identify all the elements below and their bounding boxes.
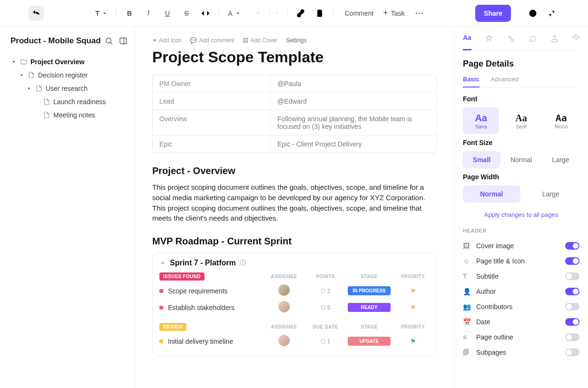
font-sans[interactable]: AaSans	[463, 107, 499, 134]
tree-label: Project Overview	[30, 58, 85, 66]
toggle-contributors[interactable]	[565, 303, 579, 310]
group-pill-issues: ISSUES FOUND	[159, 272, 205, 281]
width-large[interactable]: Large	[522, 185, 580, 203]
align-dropdown[interactable]	[247, 6, 262, 21]
tree-item-launch-readiness[interactable]: Launch readiness	[10, 95, 128, 108]
panel-icon[interactable]	[118, 36, 128, 46]
toggle-author[interactable]	[565, 288, 579, 295]
size-small[interactable]: Small	[463, 151, 500, 168]
size-normal[interactable]: Normal	[502, 151, 540, 168]
size-large[interactable]: Large	[542, 151, 579, 168]
svg-rect-20	[120, 38, 127, 44]
font-serif[interactable]: AaSerif	[503, 107, 539, 134]
task-row[interactable]: Scope requirements	[159, 285, 259, 297]
overview-paragraph[interactable]: This project scoping document outlines t…	[152, 182, 437, 223]
page-title[interactable]: Project Scope Template	[152, 48, 437, 66]
toggle-title[interactable]	[565, 257, 579, 265]
toggle-subpages[interactable]	[565, 349, 579, 356]
roadmap-heading[interactable]: MVP Roadmap - Current Sprint	[152, 236, 437, 247]
bookmark-button[interactable]	[312, 6, 327, 21]
info-icon: ⓘ	[240, 259, 246, 267]
strike-button[interactable]: S	[179, 6, 194, 21]
avatar[interactable]	[278, 335, 290, 346]
code-button[interactable]	[198, 6, 213, 21]
stage-pill[interactable]: IN PROGRESS	[348, 286, 391, 295]
task-row[interactable]: Establish stakeholders	[159, 302, 259, 313]
tab-styles-icon[interactable]	[485, 34, 493, 43]
settings-action[interactable]: Settings	[286, 37, 306, 44]
add-icon-action[interactable]: ✦ Add Icon	[152, 37, 181, 44]
overview-heading[interactable]: Project - Overview	[152, 165, 437, 176]
svg-line-16	[568, 10, 574, 16]
tab-tag-icon[interactable]	[507, 34, 515, 43]
flag-icon[interactable]: ⚑	[409, 287, 417, 295]
flag-icon[interactable]: ⚑	[409, 338, 417, 345]
tab-comment-icon[interactable]	[529, 34, 537, 43]
toggle-cover[interactable]	[565, 242, 579, 250]
share-button[interactable]: Share	[475, 5, 511, 22]
undo-button[interactable]	[29, 6, 44, 21]
details-tabbar: Aa	[463, 27, 579, 50]
underline-button[interactable]: U	[160, 6, 175, 21]
toggle-outline[interactable]	[565, 333, 579, 341]
bold-button[interactable]: B	[122, 6, 137, 21]
width-normal[interactable]: Normal	[463, 185, 520, 203]
points-cell[interactable]: ⬡ 5	[309, 304, 342, 311]
subtab-basic[interactable]: Basic	[463, 76, 480, 87]
avatar[interactable]	[278, 301, 290, 312]
page-tree: Project Overview Decision register User …	[10, 55, 128, 122]
top-toolbar: T B I U S A Comment +Task Share	[0, 0, 588, 27]
menu-icon[interactable]	[10, 6, 25, 21]
prop-key: Epic	[153, 136, 271, 153]
tree-item-project-overview[interactable]: Project Overview	[10, 55, 128, 68]
history-icon[interactable]	[525, 6, 540, 21]
apply-all-link[interactable]: Apply changes to all pages	[463, 211, 579, 218]
more-icon[interactable]	[412, 6, 427, 21]
svg-point-10	[269, 13, 270, 13]
sidebar: Product - Mobile Squad Project Overview …	[0, 27, 135, 388]
add-comment-action[interactable]: 💬 Add comment	[190, 37, 234, 44]
prop-value[interactable]: @Edward	[271, 93, 436, 110]
comment-button[interactable]: Comment	[339, 6, 377, 21]
add-cover-action[interactable]: 🖼 Add Cover	[243, 37, 277, 44]
text-style-dropdown[interactable]: T	[93, 6, 110, 21]
list-dropdown[interactable]	[266, 6, 281, 21]
tab-settings-icon[interactable]	[572, 34, 581, 43]
task-row[interactable]: Initial delivery timeline	[159, 336, 259, 347]
tab-text[interactable]: Aa	[463, 27, 471, 50]
col-assignee: ASSIGNEE	[265, 324, 303, 330]
subtab-advanced[interactable]: Advanced	[491, 76, 519, 83]
italic-button[interactable]: I	[141, 6, 156, 21]
group-pill-review: REVIEW	[159, 323, 186, 331]
tab-export-icon[interactable]	[550, 34, 559, 43]
points-cell[interactable]: ⬡ 2	[309, 288, 342, 294]
col-stage: STAGE	[348, 274, 391, 279]
tree-label: Decision register	[38, 71, 88, 79]
sprint-header[interactable]: Sprint 7 - Platform ⓘ	[159, 259, 430, 267]
text-color-dropdown[interactable]: A	[225, 6, 243, 21]
link-button[interactable]	[293, 6, 308, 21]
search-icon[interactable]	[104, 36, 114, 46]
font-mono[interactable]: AaMono	[543, 107, 579, 134]
tree-item-meeting-notes[interactable]: Meeting notes	[10, 108, 128, 122]
task-button[interactable]: +Task	[380, 6, 407, 21]
stage-pill[interactable]: READY	[348, 303, 391, 312]
prop-value[interactable]: @Paula	[271, 75, 436, 92]
avatar[interactable]	[278, 284, 290, 296]
tree-item-user-research[interactable]: User research	[10, 82, 128, 95]
properties-table: PM Owner@Paula Lead@Edward OverviewFollo…	[152, 75, 437, 153]
file-icon	[43, 98, 50, 106]
col-points: POINTS	[309, 274, 342, 279]
flag-icon[interactable]: ⚑	[409, 304, 417, 311]
close-icon[interactable]	[563, 6, 578, 21]
svg-point-14	[418, 12, 420, 14]
collapse-icon[interactable]	[544, 6, 559, 21]
prop-value[interactable]: Following annual planning, the Mobile te…	[271, 110, 436, 135]
toggle-date[interactable]	[565, 318, 579, 326]
tree-item-decision-register[interactable]: Decision register	[10, 68, 128, 82]
points-cell[interactable]: ⬡ 1	[309, 338, 342, 345]
doc-actions: ✦ Add Icon 💬 Add comment 🖼 Add Cover Set…	[152, 37, 437, 44]
prop-value[interactable]: Epic - Client Project Delivery	[271, 136, 436, 153]
stage-pill[interactable]: UPDATE	[348, 337, 391, 346]
toggle-subtitle[interactable]	[565, 272, 579, 280]
